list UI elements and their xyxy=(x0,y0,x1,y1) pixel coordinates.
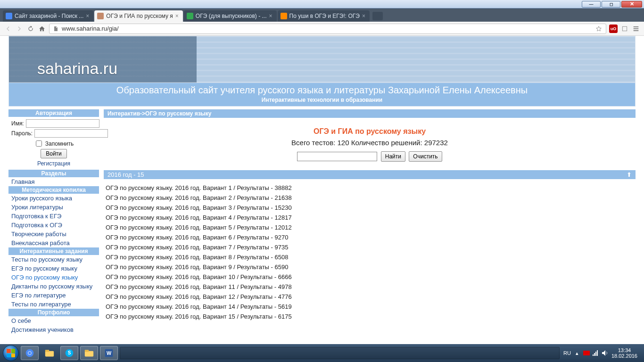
test-link[interactable]: ОГЭ по русскому языку. 2016 год. Вариант… xyxy=(106,313,292,320)
new-tab-button[interactable] xyxy=(372,12,383,20)
tab-title: ОГЭ и ГИА по русскому я xyxy=(106,13,173,19)
sidebar-link[interactable]: Главная xyxy=(8,177,99,186)
browser-tab[interactable]: Сайт захариной - Поиск ...× xyxy=(3,10,93,22)
nav-inter: Тесты по русскому языкуЕГЭ по русскому я… xyxy=(8,255,99,309)
taskbar-folder-icon[interactable] xyxy=(80,346,98,360)
ublock-extension-icon[interactable]: uO xyxy=(609,25,618,33)
window-buttons: — ◻ ✕ xyxy=(582,1,642,8)
window-maximize-button[interactable]: ◻ xyxy=(602,1,620,8)
login-name-input[interactable] xyxy=(26,119,99,128)
tray-volume-icon[interactable] xyxy=(602,350,609,356)
address-bar[interactable] xyxy=(49,24,606,34)
forward-button[interactable] xyxy=(15,25,24,33)
browser-tab[interactable]: По уши в ОГЭ и ЕГЭ!: ОГЭ× xyxy=(278,10,370,22)
tab-close-icon[interactable]: × xyxy=(362,13,367,19)
sidebar-link[interactable]: Внеклассная работа xyxy=(8,239,99,247)
collapse-arrow-icon[interactable]: ⬆ xyxy=(627,171,632,178)
test-link[interactable]: ОГЭ по русскому языку. 2016 год. Вариант… xyxy=(106,283,292,290)
login-button[interactable]: Войти xyxy=(41,149,67,158)
section-metod-header: Методическая копилка xyxy=(8,186,99,194)
svg-rect-14 xyxy=(594,353,595,356)
sidebar-link[interactable]: ОГЭ по русскому языку xyxy=(8,273,99,282)
tests-group-label: 2016 год - 15 xyxy=(107,171,144,178)
tab-close-icon[interactable]: × xyxy=(269,13,274,19)
section-razdely-header: Разделы xyxy=(8,170,99,177)
sidebar-link[interactable]: Творческие работы xyxy=(8,230,99,239)
test-row: ОГЭ по русскому языку. 2016 год. Вариант… xyxy=(106,252,634,262)
test-link[interactable]: ОГЭ по русскому языку. 2016 год. Вариант… xyxy=(106,293,292,300)
test-row: ОГЭ по русскому языку. 2016 год. Вариант… xyxy=(106,262,634,272)
browser-tab[interactable]: ОГЭ и ГИА по русскому я× xyxy=(94,10,182,22)
test-link[interactable]: ОГЭ по русскому языку. 2016 год. Вариант… xyxy=(106,234,288,241)
url-input[interactable] xyxy=(61,25,593,33)
window-minimize-button[interactable]: — xyxy=(582,1,601,8)
svg-rect-0 xyxy=(622,26,627,31)
sidebar-link[interactable]: Подготовка к ЕГЭ xyxy=(8,212,99,221)
sidebar-link[interactable]: Уроки литературы xyxy=(8,203,99,212)
test-row: ОГЭ по русскому языку. 2016 год. Вариант… xyxy=(106,312,634,321)
site-subtagline: Интерактивные технологии в образовании xyxy=(13,97,631,103)
tab-favicon xyxy=(97,13,104,19)
tab-close-icon[interactable]: × xyxy=(175,13,180,19)
start-button[interactable] xyxy=(3,345,19,361)
clock-time: 13:34 xyxy=(611,347,637,353)
browser-tab[interactable]: ОГЭ (для выпускников) - ...× xyxy=(184,10,277,22)
hamburger-menu-icon[interactable] xyxy=(632,25,640,33)
taskbar-explorer-icon[interactable] xyxy=(41,346,58,360)
remember-checkbox[interactable] xyxy=(36,140,42,147)
tests-group-header[interactable]: 2016 год - 15 ⬆ xyxy=(104,170,636,179)
test-row: ОГЭ по русскому языку. 2016 год. Вариант… xyxy=(106,292,634,302)
main-column: Интерактив->ОГЭ по русскому языку ОГЭ и … xyxy=(104,109,636,334)
sidebar-link[interactable]: Тесты по русскому языку xyxy=(8,255,99,264)
window-close-button[interactable]: ✕ xyxy=(621,1,642,8)
test-link[interactable]: ОГЭ по русскому языку. 2016 год. Вариант… xyxy=(106,204,292,211)
language-indicator[interactable]: RU xyxy=(563,350,571,356)
tray-network-icon[interactable] xyxy=(593,350,599,356)
home-button[interactable] xyxy=(38,25,46,33)
taskbar-word-icon[interactable]: W xyxy=(100,346,118,360)
site-banner: saharina.ru xyxy=(8,36,636,83)
sidebar-link[interactable]: ЕГЭ по русскому языку xyxy=(8,264,99,273)
test-link[interactable]: ОГЭ по русскому языку. 2016 год. Вариант… xyxy=(106,224,292,231)
test-link[interactable]: ОГЭ по русскому языку. 2016 год. Вариант… xyxy=(106,303,292,310)
sidebar-link[interactable]: Диктанты по русскому языку xyxy=(8,282,99,291)
test-link[interactable]: ОГЭ по русскому языку. 2016 год. Вариант… xyxy=(106,214,292,221)
search-find-button[interactable]: Найти xyxy=(381,151,405,162)
tab-close-icon[interactable]: × xyxy=(86,13,91,19)
login-password-input[interactable] xyxy=(34,129,108,138)
reload-button[interactable] xyxy=(26,25,35,33)
sidebar-link[interactable]: О себе xyxy=(8,316,99,325)
sidebar-link[interactable]: Подготовка к ОГЭ xyxy=(8,221,99,230)
sidebar-link[interactable]: Тесты по литературе xyxy=(8,300,99,309)
search-bar: Найти Очистить xyxy=(104,151,636,162)
register-link[interactable]: Регистрация xyxy=(37,160,70,167)
taskbar-skype-icon[interactable]: S xyxy=(60,346,78,360)
section-inter-header: Интерактивные задания xyxy=(8,247,99,255)
taskbar-clock[interactable]: 13:34 18.02.2016 xyxy=(611,347,639,359)
back-button[interactable] xyxy=(4,25,12,33)
tests-search-input[interactable] xyxy=(297,152,377,161)
search-clear-button[interactable]: Очистить xyxy=(409,151,442,162)
test-link[interactable]: ОГЭ по русскому языку. 2016 год. Вариант… xyxy=(106,263,288,271)
sidebar-link[interactable]: Достижения учеников xyxy=(8,325,99,334)
extension-icon[interactable] xyxy=(620,25,629,33)
test-link[interactable]: ОГЭ по русскому языку. 2016 год. Вариант… xyxy=(106,244,288,251)
clock-date: 18.02.2016 xyxy=(611,353,637,359)
svg-rect-9 xyxy=(85,350,89,352)
remember-label: Запомнить xyxy=(45,140,74,147)
test-link[interactable]: ОГЭ по русскому языку. 2016 год. Вариант… xyxy=(106,184,292,191)
svg-point-3 xyxy=(28,352,31,354)
tray-flag-icon[interactable] xyxy=(583,350,590,356)
sidebar-link[interactable]: ЕГЭ по литературе xyxy=(8,291,99,300)
test-link[interactable]: ОГЭ по русскому языку. 2016 год. Вариант… xyxy=(106,273,292,280)
svg-rect-4 xyxy=(45,351,54,357)
page-title: ОГЭ и ГИА по русскому языку xyxy=(104,127,636,136)
sidebar-link[interactable]: Уроки русского языка xyxy=(8,194,99,203)
nav-razdely: Главная xyxy=(8,177,99,186)
test-link[interactable]: ОГЭ по русскому языку. 2016 год. Вариант… xyxy=(106,254,288,261)
test-link[interactable]: ОГЭ по русскому языку. 2016 год. Вариант… xyxy=(106,194,292,201)
taskbar-chrome-icon[interactable] xyxy=(21,346,39,360)
tray-chevron-icon[interactable]: ▴ xyxy=(574,350,580,356)
page-viewport[interactable]: saharina.ru Образовательный сайт учителя… xyxy=(0,36,644,344)
bookmark-star-icon[interactable] xyxy=(594,25,603,33)
